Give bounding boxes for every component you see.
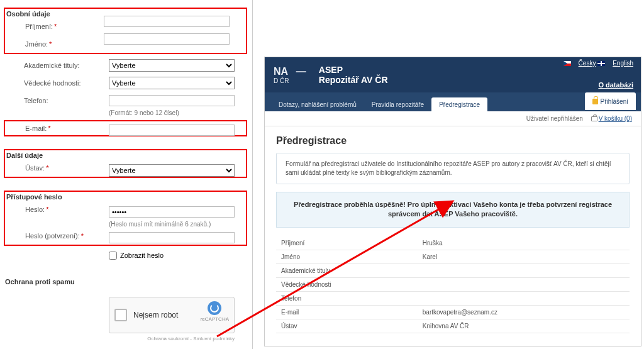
password-confirm-input[interactable] <box>109 232 235 243</box>
content-area: Předregistrace Formulář na předregistrac… <box>265 126 641 346</box>
firstname-input[interactable] <box>104 33 230 45</box>
lang-cs-link[interactable]: Česky <box>579 60 596 67</box>
result-table: PříjmeníHruška JménoKarel Akademické tit… <box>276 236 630 333</box>
other-section-label: Další údaje <box>6 152 245 159</box>
repository-result-panel: Česky English NA — D ČR ASEP Repozitář A… <box>264 57 641 346</box>
language-links: Česky English <box>564 60 633 67</box>
header-left-title: NA — D ČR <box>274 66 306 84</box>
academic-titles-label: Akademické tituly: <box>5 62 109 69</box>
cart-link[interactable]: V košíku (0) <box>591 115 632 122</box>
table-row: ÚstavKnihovna AV ČR <box>276 319 630 333</box>
header-app-title: ASEP Repozitář AV ČR <box>319 65 388 85</box>
show-password-checkbox[interactable] <box>109 252 117 260</box>
description-box: Formulář na předregistraci uživatele do … <box>276 153 630 184</box>
table-row: E-mailbartkovapetra@seznam.cz <box>276 305 630 319</box>
about-database-link[interactable]: O databázi <box>598 81 633 89</box>
password-section-label: Přístupové heslo <box>6 193 245 201</box>
lock-icon <box>592 99 598 104</box>
table-row: Vědecké hodnosti <box>276 277 630 291</box>
scientific-ranks-label: Vědecké hodnosti: <box>5 79 109 87</box>
recaptcha-terms: Ochrana soukromí - Smluvní podmínky <box>109 336 235 341</box>
academic-titles-select[interactable]: Vyberte <box>109 59 235 72</box>
table-row: JménoKarel <box>276 250 630 263</box>
table-row: Akademické tituly <box>276 263 630 277</box>
cart-icon <box>591 116 597 121</box>
institute-select[interactable]: Vyberte <box>109 164 235 177</box>
phone-hint: (Formát: 9 nebo 12 čísel) <box>109 109 247 116</box>
tab-issues[interactable]: Dotazy, nahlášení problémů <box>271 97 364 111</box>
email-input[interactable] <box>109 125 235 136</box>
lang-en-link[interactable]: English <box>613 60 633 67</box>
password-input[interactable] <box>109 206 235 218</box>
recaptcha-widget[interactable]: Nejsem robot reCAPTCHA <box>109 297 235 333</box>
repository-header: Česky English NA — D ČR ASEP Repozitář A… <box>265 57 641 92</box>
recaptcha-icon <box>208 301 221 315</box>
surname-input[interactable] <box>104 16 230 27</box>
registration-form-panel: Osobní údaje Příjmení:* Jméno:* Akademic… <box>0 0 253 349</box>
login-status-text: Uživatel nepřihlášen <box>526 115 583 122</box>
tab-preregistration[interactable]: Předregistrace <box>431 97 487 111</box>
flag-en-icon <box>597 61 605 66</box>
recaptcha-label: Nejsem robot <box>133 311 178 319</box>
password-hint: (Heslo musí mít minimálně 6 znaků.) <box>109 221 247 228</box>
spam-section-label: Ochrana proti spamu <box>5 278 247 285</box>
flag-cz-icon <box>564 61 571 66</box>
phone-input[interactable] <box>109 95 235 106</box>
table-row: Telefon <box>276 291 630 305</box>
user-status-bar: Uživatel nepřihlášen V košíku (0) <box>265 111 641 126</box>
recaptcha-logo: reCAPTCHA <box>201 301 229 322</box>
success-message: Předregistrace proběhla úspěšně! Pro úpl… <box>276 192 630 228</box>
tab-rules[interactable]: Pravidla repozitáře <box>364 97 431 111</box>
scientific-ranks-select[interactable]: Vyberte <box>109 77 235 89</box>
phone-label: Telefon: <box>5 97 109 104</box>
tabs-bar: Dotazy, nahlášení problémů Pravidla repo… <box>265 92 641 111</box>
recaptcha-checkbox[interactable] <box>114 309 127 321</box>
show-password-label: Zobrazit heslo <box>120 252 164 259</box>
tab-login[interactable]: Přihlášení <box>585 92 636 110</box>
page-title: Předregistrace <box>276 135 630 147</box>
table-row: PříjmeníHruška <box>276 236 630 250</box>
